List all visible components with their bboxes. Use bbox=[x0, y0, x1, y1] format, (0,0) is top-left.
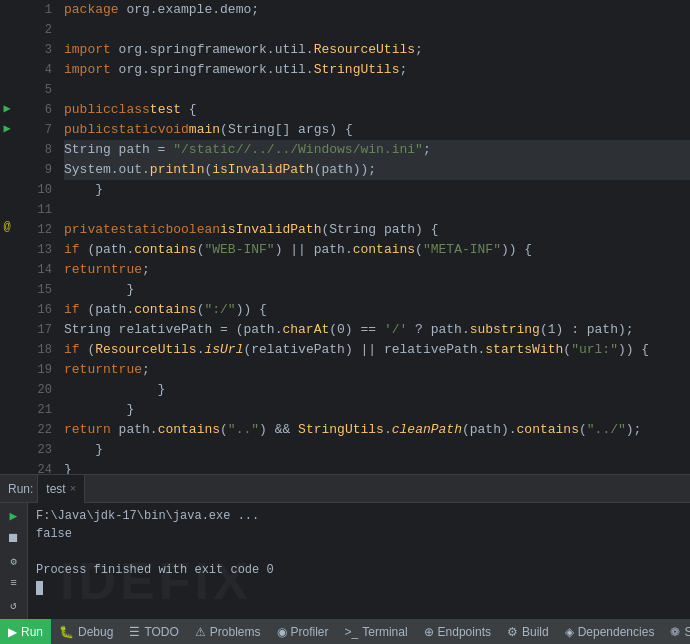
run-command-line: F:\Java\jdk-17\bin\java.exe ... bbox=[36, 507, 682, 525]
line-num-22: 22 bbox=[38, 420, 52, 440]
run-tab-run-label: Run: bbox=[8, 482, 33, 496]
line-num-21: 21 bbox=[38, 400, 52, 420]
status-icon-build: ⚙ bbox=[507, 625, 518, 639]
status-icon-terminal: >_ bbox=[345, 625, 359, 639]
line-num-9: 9 bbox=[45, 160, 52, 180]
marker-13 bbox=[0, 237, 14, 257]
run-panel: Run: test × ▶ ⏹ ⚙ ≡ ↺ F:\Java\jdk-17\bin… bbox=[0, 474, 690, 619]
code-line-11 bbox=[64, 200, 690, 220]
marker-7: ▶ bbox=[0, 119, 14, 139]
status-icon-problems: ⚠ bbox=[195, 625, 206, 639]
status-label-run: Run bbox=[21, 625, 43, 639]
line-num-15: 15 bbox=[38, 280, 52, 300]
code-editor[interactable]: ▶▶@ 123456789101112131415161718192021222… bbox=[0, 0, 690, 474]
line-num-17: 17 bbox=[38, 320, 52, 340]
status-item-endpoints[interactable]: ⊕Endpoints bbox=[416, 619, 499, 644]
line-num-6: 6 bbox=[45, 100, 52, 120]
run-tab-active[interactable]: test × bbox=[37, 475, 85, 503]
line-num-23: 23 bbox=[38, 440, 52, 460]
marker-22 bbox=[0, 415, 14, 435]
status-icon-debug: 🐛 bbox=[59, 625, 74, 639]
status-item-spring[interactable]: ❁Spring bbox=[662, 619, 690, 644]
marker-16 bbox=[0, 296, 14, 316]
cursor bbox=[36, 581, 43, 595]
marker-21 bbox=[0, 395, 14, 415]
code-line-20: } bbox=[64, 380, 690, 400]
marker-6: ▶ bbox=[0, 99, 14, 119]
code-line-16: if (path.contains(":/")) { bbox=[64, 300, 690, 320]
run-result-line: false bbox=[36, 525, 682, 543]
code-line-19: return true; bbox=[64, 360, 690, 380]
run-content: ▶ ⏹ ⚙ ≡ ↺ F:\Java\jdk-17\bin\java.exe ..… bbox=[0, 503, 690, 619]
run-blank-line bbox=[36, 543, 682, 561]
line-num-14: 14 bbox=[38, 260, 52, 280]
marker-17 bbox=[0, 316, 14, 336]
line-num-11: 11 bbox=[38, 200, 52, 220]
status-label-profiler: Profiler bbox=[291, 625, 329, 639]
editor-container: ▶▶@ 123456789101112131415161718192021222… bbox=[0, 0, 690, 644]
marker-20 bbox=[0, 375, 14, 395]
code-line-7: public static void main(String[] args) { bbox=[64, 120, 690, 140]
run-reload-button[interactable]: ↺ bbox=[3, 597, 25, 615]
line-num-7: 7 bbox=[45, 120, 52, 140]
status-label-spring: Spring bbox=[684, 625, 690, 639]
run-cursor-line bbox=[36, 579, 682, 597]
status-icon-spring: ❁ bbox=[670, 625, 680, 639]
status-item-terminal[interactable]: >_Terminal bbox=[337, 619, 416, 644]
line-num-3: 3 bbox=[45, 40, 52, 60]
status-item-debug[interactable]: 🐛Debug bbox=[51, 619, 121, 644]
run-toolbar: ▶ ⏹ ⚙ ≡ ↺ bbox=[0, 503, 28, 619]
status-label-endpoints: Endpoints bbox=[438, 625, 491, 639]
code-content[interactable]: package org.example.demo; import org.spr… bbox=[60, 0, 690, 474]
code-line-22: return path.contains("..") && StringUtil… bbox=[64, 420, 690, 440]
run-output: F:\Java\jdk-17\bin\java.exe ... false Pr… bbox=[28, 503, 690, 619]
status-item-build[interactable]: ⚙Build bbox=[499, 619, 557, 644]
code-line-13: if (path.contains("WEB-INF") || path.con… bbox=[64, 240, 690, 260]
line-num-18: 18 bbox=[38, 340, 52, 360]
marker-11 bbox=[0, 198, 14, 218]
marker-15 bbox=[0, 277, 14, 297]
code-line-21: } bbox=[64, 400, 690, 420]
run-settings-button[interactable]: ⚙ bbox=[3, 552, 25, 570]
code-line-18: if (ResourceUtils.isUrl(relativePath) ||… bbox=[64, 340, 690, 360]
status-item-run[interactable]: ▶Run bbox=[0, 619, 51, 644]
marker-8 bbox=[0, 138, 14, 158]
status-icon-endpoints: ⊕ bbox=[424, 625, 434, 639]
line-num-10: 10 bbox=[38, 180, 52, 200]
code-line-14: return true; bbox=[64, 260, 690, 280]
code-line-8: String path = "/static//../../Windows/wi… bbox=[64, 140, 690, 160]
status-label-todo: TODO bbox=[144, 625, 178, 639]
code-line-1: package org.example.demo; bbox=[64, 0, 690, 20]
line-num-1: 1 bbox=[45, 0, 52, 20]
marker-14 bbox=[0, 257, 14, 277]
code-line-3: import org.springframework.util.Resource… bbox=[64, 40, 690, 60]
line-num-2: 2 bbox=[45, 20, 52, 40]
status-icon-todo: ☰ bbox=[129, 625, 140, 639]
status-icon-dependencies: ◈ bbox=[565, 625, 574, 639]
marker-5 bbox=[0, 79, 14, 99]
code-line-2 bbox=[64, 20, 690, 40]
status-label-problems: Problems bbox=[210, 625, 261, 639]
run-play-button[interactable]: ▶ bbox=[3, 507, 25, 525]
status-item-todo[interactable]: ☰TODO bbox=[121, 619, 186, 644]
line-num-19: 19 bbox=[38, 360, 52, 380]
status-item-problems[interactable]: ⚠Problems bbox=[187, 619, 269, 644]
line-num-5: 5 bbox=[45, 80, 52, 100]
status-item-profiler[interactable]: ◉Profiler bbox=[269, 619, 337, 644]
line-num-4: 4 bbox=[45, 60, 52, 80]
line-num-8: 8 bbox=[45, 140, 52, 160]
status-label-debug: Debug bbox=[78, 625, 113, 639]
marker-4 bbox=[0, 59, 14, 79]
marker-19 bbox=[0, 356, 14, 376]
status-label-terminal: Terminal bbox=[362, 625, 407, 639]
line-num-12: 12 bbox=[38, 220, 52, 240]
run-stop-button[interactable]: ⏹ bbox=[3, 529, 25, 547]
status-item-dependencies[interactable]: ◈Dependencies bbox=[557, 619, 663, 644]
marker-10 bbox=[0, 178, 14, 198]
code-line-5 bbox=[64, 80, 690, 100]
status-label-dependencies: Dependencies bbox=[578, 625, 655, 639]
line-num-16: 16 bbox=[38, 300, 52, 320]
run-tab-close-icon[interactable]: × bbox=[70, 483, 77, 495]
run-list-button[interactable]: ≡ bbox=[3, 574, 25, 592]
marker-24 bbox=[0, 454, 14, 474]
